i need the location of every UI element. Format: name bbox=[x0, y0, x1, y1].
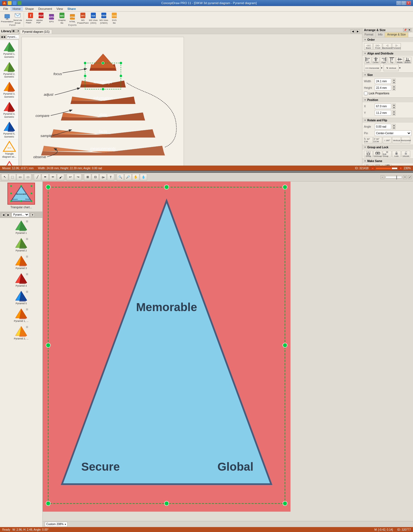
library-item-7[interactable]: text Triangle diagram wi... bbox=[0, 160, 18, 166]
rp-pin-btn[interactable]: 📌 bbox=[403, 28, 407, 32]
canvas-nav-next[interactable]: ▶ bbox=[355, 29, 360, 33]
tool-select-arrow[interactable]: ↖ bbox=[1, 174, 8, 180]
btm-lib-expand[interactable]: ▾ bbox=[30, 213, 35, 217]
eps-btn[interactable]: EPS EPS bbox=[47, 13, 56, 23]
maximize-btn[interactable]: □ bbox=[401, 1, 406, 5]
rp-tab-arrange[interactable]: Arrange & Size bbox=[385, 32, 408, 37]
html-btn[interactable]: HTML HTML bbox=[67, 13, 77, 23]
tool-text[interactable]: T bbox=[107, 174, 114, 180]
rp-rotate-header[interactable]: Rotate and Flip bbox=[362, 118, 413, 123]
btm-lib-item-7[interactable]: ⊞ Pyramid 2, ... bbox=[1, 325, 41, 341]
menu-shape[interactable]: Shape bbox=[23, 7, 36, 11]
distribute-h-dropdown[interactable]: ▾ bbox=[381, 67, 382, 69]
rp-make-same-header[interactable]: Make Same bbox=[362, 159, 413, 163]
angle-dec-btn[interactable]: ▼ bbox=[392, 127, 396, 129]
tool-zoom-reset[interactable]: ⊞ bbox=[84, 174, 91, 180]
order-front-btn[interactable]: ▷▷ Front bbox=[373, 43, 382, 50]
send-email-btn[interactable]: Send via Email bbox=[13, 13, 23, 23]
rp-align-header[interactable]: Align and Distribute bbox=[362, 51, 413, 56]
height-inc-btn[interactable]: ▲ bbox=[392, 85, 396, 88]
svg-btn[interactable]: SVG SVG file bbox=[109, 13, 119, 23]
y-inc-btn[interactable]: ▲ bbox=[392, 110, 396, 113]
tool-pen[interactable]: ✒ bbox=[42, 174, 49, 180]
width-inc-btn[interactable]: ▲ bbox=[392, 79, 396, 81]
menu-view[interactable]: View bbox=[54, 7, 65, 11]
rp-size-header[interactable]: Size bbox=[362, 73, 413, 77]
adobe-flash-btn[interactable]: f Adobe Flash bbox=[26, 13, 36, 23]
tool-hand[interactable]: ✋ bbox=[132, 174, 139, 180]
rp-tab-info[interactable]: Info bbox=[376, 32, 385, 37]
bottom-canvas-wrapper[interactable]: Custom 208% ▾ bbox=[43, 182, 413, 527]
height-dec-btn[interactable]: ▼ bbox=[392, 88, 396, 91]
distribute-v-dropdown[interactable]: ▾ bbox=[399, 67, 401, 69]
rp-group-header[interactable]: Group and Lock bbox=[362, 145, 413, 150]
align-center-btn[interactable]: Center bbox=[372, 57, 379, 64]
library-item-1[interactable]: Pyramid 1, isometric bbox=[0, 40, 18, 60]
x-inc-btn[interactable]: ▲ bbox=[392, 104, 396, 106]
distribute-horizontal-btn[interactable]: ⟺ Horizontal bbox=[364, 65, 381, 71]
library-item-4[interactable]: Pyramid 4, isometric bbox=[0, 100, 18, 120]
btm-lib-item-2[interactable]: ⊞ Pyramid 2 bbox=[1, 237, 41, 253]
tool-rect[interactable]: ▭ bbox=[17, 174, 24, 180]
presentation-btn[interactable]: Presentation bbox=[2, 13, 12, 23]
y-dec-btn[interactable]: ▼ bbox=[392, 113, 396, 116]
align-left-btn[interactable]: Left bbox=[364, 57, 371, 64]
tool-pencil[interactable]: ✏ bbox=[49, 174, 56, 180]
angle-input[interactable] bbox=[375, 124, 391, 129]
menu-file[interactable]: File bbox=[1, 7, 10, 11]
flip-vertical-btn[interactable]: Vertical bbox=[392, 137, 401, 144]
pin-select[interactable]: Center-Center Top-Left Center Right bbox=[375, 130, 411, 136]
lock-btn[interactable]: Lock bbox=[392, 151, 401, 157]
tool-undo[interactable]: ↩ bbox=[67, 174, 74, 180]
library-item-2[interactable]: Pyramid 2, isometric bbox=[0, 60, 18, 80]
zoom-out-btn[interactable]: − bbox=[371, 166, 374, 170]
close-btn[interactable]: ✕ bbox=[406, 1, 411, 5]
tool-eyedrop[interactable]: 💧 bbox=[140, 174, 147, 180]
align-middle-btn[interactable]: Middle bbox=[396, 57, 403, 64]
rotate-180-btn[interactable]: ↕ 180° bbox=[383, 137, 392, 144]
zoom-control[interactable]: Custom 208% ▾ bbox=[45, 522, 67, 527]
bottom-canvas-scroll[interactable]: Memorable Secure Global bbox=[43, 182, 413, 521]
x-input[interactable] bbox=[375, 103, 391, 109]
height-input[interactable] bbox=[375, 85, 391, 91]
angle-inc-btn[interactable]: ▲ bbox=[392, 124, 396, 127]
width-dec-btn[interactable]: ▼ bbox=[392, 81, 396, 84]
btm-lib-item-6[interactable]: ⊞ Pyramid 1, ... bbox=[1, 307, 41, 323]
library-prev-btn[interactable]: ◀ bbox=[1, 35, 3, 39]
btm-lib-select[interactable]: Pyrami... bbox=[12, 212, 29, 217]
tool-connect[interactable]: ⌲ bbox=[99, 174, 107, 180]
tool-ellipse[interactable]: ⬭ bbox=[24, 174, 31, 180]
ms-visio-vsdx-btn[interactable]: VSDX MS Visio (VSDX) bbox=[99, 13, 109, 23]
lock-proportions-checkbox[interactable] bbox=[364, 92, 368, 95]
btm-lib-next[interactable]: ▶ bbox=[6, 213, 10, 217]
btm-lib-item-5[interactable]: ⊞ Pyramid 5 bbox=[1, 289, 41, 305]
bottom-zoom-in[interactable]: + bbox=[403, 175, 407, 179]
flip-horizontal-btn[interactable]: Horizontal bbox=[401, 137, 410, 144]
ms-ppt-btn[interactable]: PPT MS PowerPoint bbox=[78, 13, 88, 23]
minimize-btn[interactable]: ─ bbox=[396, 1, 401, 5]
y-input[interactable] bbox=[375, 110, 391, 116]
align-right-btn[interactable]: Right bbox=[380, 57, 387, 64]
library-detach-btn[interactable]: ⊞ bbox=[11, 29, 16, 33]
zoom-in-btn[interactable]: + bbox=[399, 166, 403, 170]
tool-zoom-fit[interactable]: ⊡ bbox=[92, 174, 99, 180]
ms-visio-vdx-btn[interactable]: VDX MS Visio (VDX) bbox=[88, 13, 98, 23]
btm-lib-item-1[interactable]: ⊞ Pyramid 1 bbox=[1, 219, 41, 235]
library-item-5[interactable]: Pyramid 5, isometric bbox=[0, 120, 18, 140]
bottom-canvas[interactable]: Memorable Secure Global bbox=[43, 182, 290, 512]
x-dec-btn[interactable]: ▼ bbox=[392, 106, 396, 109]
tool-zoom-in[interactable]: 🔍 bbox=[117, 174, 124, 180]
rp-position-header[interactable]: Position bbox=[362, 98, 413, 102]
rp-close-btn[interactable]: ✕ bbox=[407, 28, 411, 32]
rp-tab-format[interactable]: Format bbox=[362, 32, 376, 37]
rp-order-header[interactable]: Order bbox=[362, 37, 413, 42]
align-bottom-btn[interactable]: Bottom bbox=[404, 57, 411, 64]
bottom-zoom-fit[interactable]: ⤢ bbox=[408, 175, 412, 179]
rotate-90cw-btn[interactable]: ↻ 90° CW bbox=[364, 137, 373, 144]
rotate-90ccw-btn[interactable]: ↺ 90° CCW bbox=[373, 137, 382, 144]
edit-group-btn[interactable]: Edit Group bbox=[383, 151, 392, 157]
order-back-btn[interactable]: ◁◁ Back bbox=[364, 43, 373, 50]
adobe-pdf-btn[interactable]: PDF Adobe PDF bbox=[36, 13, 46, 23]
zoom-slider[interactable] bbox=[391, 167, 392, 171]
tool-select-box[interactable]: ⬚ bbox=[9, 174, 16, 180]
